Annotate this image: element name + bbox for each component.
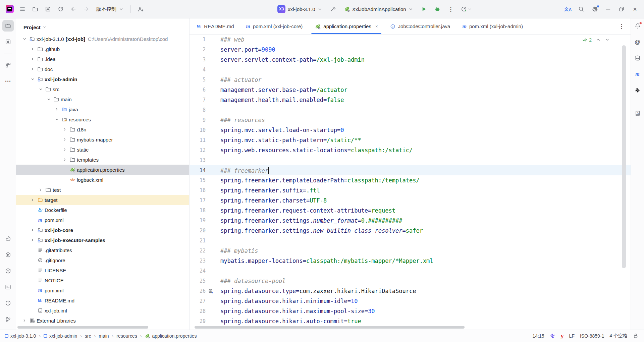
menu-button[interactable] xyxy=(17,3,28,15)
plugin-y-button[interactable]: y xyxy=(561,333,564,339)
line-number[interactable]: 27 xyxy=(190,298,206,304)
line-number[interactable]: 13 xyxy=(190,157,206,163)
line-number[interactable]: 1 xyxy=(190,37,206,43)
tool-folder-button[interactable] xyxy=(2,20,14,32)
tool-terminal-button[interactable] xyxy=(2,281,14,293)
breadcrumb-item[interactable]: xxl-job-3.1.0 xyxy=(5,333,36,339)
tree-item[interactable]: .gitattributes xyxy=(16,245,189,255)
line-number[interactable]: 8 xyxy=(190,107,206,113)
code-line[interactable]: 20 spring.freemarker.settings.new_builti… xyxy=(190,226,631,236)
tree-toggle-icon[interactable] xyxy=(29,77,36,81)
tool-dictionary-button[interactable]: A xyxy=(632,108,643,119)
project-panel-header[interactable]: Project xyxy=(16,18,189,32)
code-line[interactable]: 9 ### resources xyxy=(190,115,631,125)
code-line[interactable]: 27 spring.datasource.hikari.minimum-idle… xyxy=(190,296,631,306)
app-menu-button[interactable] xyxy=(4,3,15,15)
restore-button[interactable] xyxy=(616,3,627,15)
tree-item[interactable]: xxl-job-3.1.0 [xxl-job] C:\Users\Adminis… xyxy=(16,34,189,44)
debug-button[interactable] xyxy=(432,3,443,15)
tree-toggle-icon[interactable] xyxy=(29,67,36,71)
tree-item[interactable]: M↓ README.md xyxy=(16,295,189,305)
tree-item[interactable]: </> logback.xml xyxy=(16,175,189,185)
tool-maven-button[interactable]: m xyxy=(632,68,643,80)
close-button[interactable]: ✕ xyxy=(629,3,641,15)
tree-item[interactable]: m pom.xml xyxy=(16,285,189,295)
profiler-button[interactable] xyxy=(459,3,475,15)
line-number[interactable]: 23 xyxy=(190,258,206,264)
line-number[interactable]: 16 xyxy=(190,187,206,193)
tree-item[interactable]: xxl-job-core xyxy=(16,225,189,235)
code-line[interactable]: 25 ### datasource-pool xyxy=(190,276,631,286)
tree-toggle-icon[interactable] xyxy=(29,228,36,232)
line-number[interactable]: 14 xyxy=(190,167,206,173)
tree-toggle-icon[interactable] xyxy=(53,107,60,112)
line-number[interactable]: 28 xyxy=(190,308,206,314)
tree-item[interactable]: LICENSE xyxy=(16,265,189,275)
tool-translation-plugin-button[interactable] xyxy=(632,84,643,96)
tree-toggle-icon[interactable] xyxy=(29,238,36,242)
project-widget[interactable]: X3 xxl-job-3.1.0 xyxy=(274,3,325,15)
tree-item[interactable]: i18n xyxy=(16,124,189,134)
line-number[interactable]: 20 xyxy=(190,228,206,234)
plugin-pinwheel-button[interactable] xyxy=(550,333,555,339)
tree-item[interactable]: main xyxy=(16,94,189,104)
line-number[interactable]: 15 xyxy=(190,177,206,183)
line-number[interactable]: 24 xyxy=(190,268,206,274)
indent-widget[interactable]: 4 个空格 xyxy=(609,333,628,339)
forward-button[interactable] xyxy=(80,3,92,15)
settings-button[interactable] xyxy=(589,3,600,15)
back-button[interactable] xyxy=(68,3,79,15)
readonly-toggle[interactable] xyxy=(633,333,639,339)
editor-horizontal-scrollbar[interactable] xyxy=(195,326,465,329)
tree-item[interactable]: xxl-job-admin xyxy=(16,74,189,84)
code-line[interactable]: 2 server.port=9090 xyxy=(190,45,631,55)
search-button[interactable] xyxy=(576,3,587,15)
code-line[interactable]: 17 spring.freemarker.charset=UTF-8 xyxy=(190,195,631,206)
code-line[interactable]: 12 spring.web.resources.static-locations… xyxy=(190,145,631,155)
line-number[interactable]: 10 xyxy=(190,127,206,133)
sync-button[interactable] xyxy=(55,3,66,15)
tree-item[interactable]: test xyxy=(16,185,189,195)
tree-toggle-icon[interactable] xyxy=(53,117,60,122)
code-line[interactable]: 3 server.servlet.context-path=/xxl-job-a… xyxy=(190,55,631,65)
line-number[interactable]: 25 xyxy=(190,278,206,284)
code-line[interactable]: 18 spring.freemarker.request-context-att… xyxy=(190,206,631,216)
tool-version-control-button[interactable] xyxy=(2,314,14,325)
tree-toggle-icon[interactable] xyxy=(21,37,28,41)
line-number[interactable]: 4 xyxy=(190,67,206,73)
tree-item[interactable]: External Libraries xyxy=(16,316,189,326)
tab-options-button[interactable]: ⋮ xyxy=(616,21,627,32)
tree-item[interactable]: doc xyxy=(16,64,189,74)
tree-item[interactable]: target xyxy=(16,195,189,205)
breadcrumb-item[interactable]: main xyxy=(99,333,109,339)
breadcrumb-item[interactable]: src xyxy=(85,333,91,339)
editor[interactable]: 1 ### web 2 server.port=9090 3 server.se… xyxy=(190,35,631,330)
code-line[interactable]: 13 xyxy=(190,155,631,165)
code-line[interactable]: 6 management.server.base-path=/actuator xyxy=(190,85,631,95)
line-number[interactable]: 29 xyxy=(190,318,206,324)
line-number[interactable]: 9 xyxy=(190,117,206,123)
line-number[interactable]: 18 xyxy=(190,208,206,214)
tool-profiler-pie-button[interactable] xyxy=(2,233,14,244)
tree-item[interactable]: .github xyxy=(16,44,189,54)
line-number[interactable]: 19 xyxy=(190,218,206,224)
tool-commit-button[interactable] xyxy=(2,36,14,48)
code-line[interactable]: 14 ### freemarker xyxy=(190,165,631,175)
tree-item[interactable]: .gitignore xyxy=(16,255,189,265)
vcs-widget[interactable]: 版本控制 xyxy=(93,3,126,15)
tree-toggle-icon[interactable] xyxy=(37,87,44,92)
editor-tab[interactable]: C JobCodeController.java xyxy=(384,18,457,34)
tree-item[interactable]: xxl-job-executor-samples xyxy=(16,235,189,245)
line-number[interactable]: 11 xyxy=(190,137,206,143)
folder-button[interactable] xyxy=(30,3,41,15)
code-line[interactable]: 22 ### mybatis xyxy=(190,246,631,256)
code-line[interactable]: 28 spring.datasource.hikari.maximum-pool… xyxy=(190,306,631,316)
kebab-button[interactable]: ⋮ xyxy=(445,3,457,15)
code-line[interactable]: 26 spring.datasource.type=com.zaxxer.hik… xyxy=(190,286,631,296)
tree-toggle-icon[interactable] xyxy=(61,147,68,152)
tree-item[interactable]: java xyxy=(16,104,189,114)
line-number[interactable]: 12 xyxy=(190,147,206,153)
tree-item[interactable]: mybatis-mapper xyxy=(16,134,189,145)
run-button[interactable] xyxy=(418,3,430,15)
run-configuration-widget[interactable]: XxlJobAdminApplication xyxy=(341,3,416,15)
